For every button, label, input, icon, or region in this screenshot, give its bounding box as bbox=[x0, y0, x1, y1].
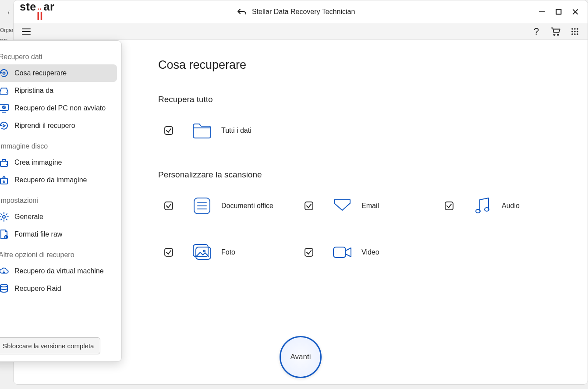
window-controls bbox=[538, 7, 581, 16]
photo-icon bbox=[191, 242, 213, 263]
svg-point-7 bbox=[554, 34, 555, 35]
option-photo[interactable]: Foto bbox=[158, 239, 298, 265]
svg-point-14 bbox=[577, 31, 578, 32]
minimize-button[interactable] bbox=[538, 7, 546, 16]
option-documents[interactable]: Documenti office bbox=[158, 193, 298, 219]
sidebar-item-label: Ripristina da bbox=[14, 87, 53, 95]
svg-point-11 bbox=[577, 28, 578, 30]
document-icon bbox=[191, 195, 213, 216]
sidebar-section-header: Impostazioni bbox=[0, 194, 117, 208]
file-raw-icon bbox=[0, 229, 9, 240]
drive-icon bbox=[0, 85, 9, 96]
sidebar-item-label: Generale bbox=[14, 213, 43, 221]
checkbox-all-data[interactable] bbox=[164, 126, 173, 135]
maximize-button[interactable] bbox=[554, 7, 563, 16]
sidebar-item-what-to-recover[interactable]: Cosa recuperare bbox=[0, 64, 117, 82]
sidebar-item-label: Crea immagine bbox=[14, 159, 62, 166]
sidebar-item-recover-from[interactable]: Ripristina da bbox=[0, 82, 117, 99]
disk-image-icon bbox=[0, 157, 9, 168]
sidebar-item-create-image[interactable]: Crea immagine bbox=[0, 154, 117, 171]
svg-point-13 bbox=[574, 31, 576, 32]
disk-image-recover-icon bbox=[0, 175, 9, 185]
option-label: Tutti i dati bbox=[221, 127, 251, 134]
svg-point-28 bbox=[3, 72, 5, 74]
menu-button[interactable] bbox=[21, 27, 31, 36]
video-icon bbox=[332, 242, 353, 263]
checkbox-email[interactable] bbox=[305, 202, 313, 210]
gear-icon bbox=[0, 212, 9, 222]
svg-rect-1 bbox=[556, 9, 561, 14]
svg-point-15 bbox=[571, 33, 573, 35]
option-video[interactable]: Video bbox=[298, 239, 439, 265]
sidebar-item-label: Recupero Raid bbox=[14, 285, 61, 293]
window-title-area: Stellar Data Recovery Technician bbox=[54, 8, 538, 16]
sidebar-item-resume-recovery[interactable]: Riprendi il recupero bbox=[0, 117, 117, 134]
option-all-data[interactable]: Tutti i dati bbox=[158, 117, 588, 144]
checkbox-documents[interactable] bbox=[164, 202, 173, 210]
checkbox-audio[interactable] bbox=[445, 202, 453, 210]
unlock-full-version-button[interactable]: Sbloccare la versione completa bbox=[0, 337, 100, 354]
svg-point-17 bbox=[577, 33, 578, 35]
sidebar-item-unbootable-pc[interactable]: Recupero del PC non avviato bbox=[0, 99, 117, 117]
folder-icon bbox=[191, 120, 213, 141]
window-title: Stellar Data Recovery Technician bbox=[252, 8, 355, 16]
help-button[interactable]: ? bbox=[531, 27, 541, 36]
sidebar-item-label: Recupero del PC non avviato bbox=[14, 104, 106, 112]
recover-icon bbox=[0, 68, 9, 78]
close-button[interactable] bbox=[571, 7, 580, 16]
checkbox-video[interactable] bbox=[305, 248, 313, 257]
page-title: Cosa recuperare bbox=[158, 58, 588, 72]
checkbox-photo[interactable] bbox=[164, 248, 173, 257]
sidebar-item-raw-file-formats[interactable]: Formati file raw bbox=[0, 226, 117, 243]
svg-point-16 bbox=[574, 33, 576, 35]
sidebar-item-label: Cosa recuperare bbox=[14, 69, 67, 77]
sidebar-section-header: Altre opzioni di recupero bbox=[0, 248, 117, 262]
option-label: Email bbox=[361, 202, 379, 210]
email-icon bbox=[332, 195, 353, 216]
sidebar-item-raid-recovery[interactable]: Recupero Raid bbox=[0, 280, 117, 297]
monitor-crash-icon bbox=[0, 103, 9, 113]
svg-point-29 bbox=[6, 92, 7, 93]
svg-rect-27 bbox=[333, 247, 346, 258]
svg-point-8 bbox=[557, 34, 559, 35]
option-label: Documenti office bbox=[221, 202, 273, 210]
toolbar: ? bbox=[14, 23, 588, 40]
next-button[interactable]: Avanti bbox=[280, 336, 322, 378]
sidebar-item-label: Recupero da immagine bbox=[14, 176, 87, 184]
undo-icon[interactable] bbox=[237, 8, 247, 16]
svg-point-34 bbox=[6, 164, 7, 165]
svg-point-26 bbox=[203, 250, 205, 252]
sidebar-item-recover-from-image[interactable]: Recupero da immagine bbox=[0, 171, 117, 189]
apps-grid-button[interactable] bbox=[570, 27, 580, 36]
svg-point-9 bbox=[571, 28, 573, 30]
sidebar-item-label: Riprendi il recupero bbox=[14, 122, 75, 130]
audio-icon bbox=[472, 195, 493, 216]
sidebar-item-general-settings[interactable]: Generale bbox=[0, 208, 117, 226]
sidebar-section-header: Recupero dati bbox=[0, 50, 117, 64]
section-recover-all: Recupera tutto bbox=[158, 95, 588, 104]
sidebar-section-header: Immagine disco bbox=[0, 140, 117, 154]
app-logo: ste••llar bbox=[20, 0, 54, 23]
option-email[interactable]: Email bbox=[298, 193, 439, 219]
option-label: Audio bbox=[502, 202, 520, 210]
sidebar-item-label: Recupero da virtual machine bbox=[14, 267, 104, 275]
svg-point-35 bbox=[3, 216, 5, 218]
sidebar-menu: Recupero dati Cosa recuperare Ripristina… bbox=[0, 40, 122, 362]
raid-icon bbox=[0, 283, 9, 294]
option-label: Foto bbox=[221, 248, 235, 256]
option-label: Video bbox=[361, 248, 379, 256]
svg-point-39 bbox=[0, 284, 7, 287]
sidebar-item-vm-recovery[interactable]: Recupero da virtual machine bbox=[0, 262, 117, 280]
sidebar-item-label: Formati file raw bbox=[14, 230, 62, 238]
cart-button[interactable] bbox=[551, 27, 560, 36]
cloud-vm-icon bbox=[0, 266, 9, 276]
option-audio[interactable]: Audio bbox=[439, 193, 579, 219]
section-customize-scan: Personalizzare la scansione bbox=[158, 170, 588, 180]
svg-point-12 bbox=[571, 31, 573, 32]
titlebar: ste••llar Stellar Data Recovery Technici… bbox=[14, 0, 588, 23]
svg-point-10 bbox=[574, 28, 576, 30]
resume-icon bbox=[0, 120, 9, 131]
